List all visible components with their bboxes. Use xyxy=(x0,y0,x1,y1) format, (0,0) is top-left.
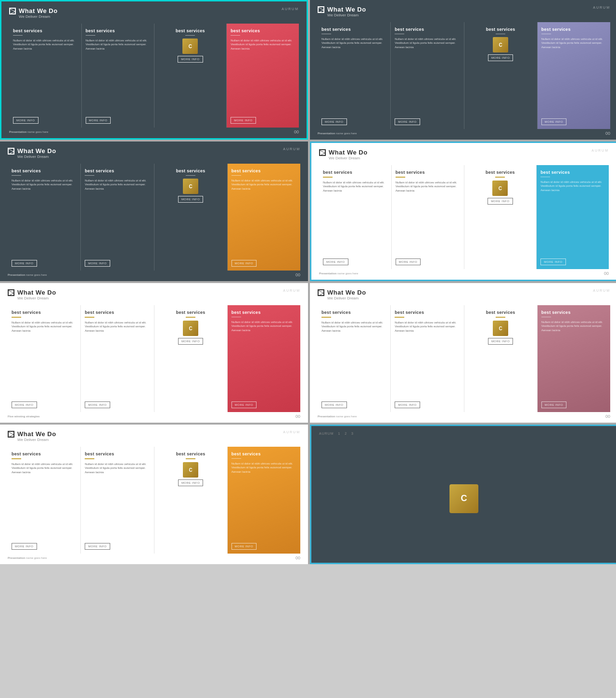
slide-3-footer: Presentation name goes here 00 xyxy=(8,272,300,277)
card-5-2-btn[interactable]: MORE INFO xyxy=(85,401,110,408)
slide-6-main-title: What We Do xyxy=(327,289,366,296)
card-4-3-btn[interactable]: MORE INFO xyxy=(488,198,513,205)
card-6-1: best services Nullam id dolor id nibh ul… xyxy=(318,305,391,412)
card-2-2-text: Nullam id dolor id nibh ultrices vehicul… xyxy=(395,37,460,116)
slide-6: ▷ What We Do We Deliver Dream AURUM best… xyxy=(310,283,616,423)
slide-4-header: ▷ What We Do We Deliver Dream AURUM xyxy=(319,149,609,160)
card-4-3: best services C MORE INFO xyxy=(464,165,537,269)
card-4-4-title: best services xyxy=(540,170,605,175)
card-2-2: best services Nullam id dolor id nibh ul… xyxy=(391,22,464,129)
card-7-2: best services Nullam id dolor id nibh ul… xyxy=(81,447,154,554)
card-5-1-divider xyxy=(12,317,21,318)
card-1-1-title: best services xyxy=(13,28,77,33)
card-1-4-btn[interactable]: MORE INFO xyxy=(231,117,256,124)
slide-1-subtitle: We Deliver Dream xyxy=(19,14,58,19)
card-4-4-btn[interactable]: MORE INFO xyxy=(540,259,566,265)
card-1-1: best services Nullam id dolor id nibh ul… xyxy=(9,24,82,128)
card-2-2-btn[interactable]: MORE INFO xyxy=(395,118,420,125)
card-2-1-btn[interactable]: MORE INFO xyxy=(321,118,347,125)
card-1-2-text: Nullam id dolor id nibh ultrices vehicul… xyxy=(86,39,150,114)
footer-4-num: 00 xyxy=(604,271,609,276)
card-3-2-title: best services xyxy=(85,168,150,173)
card-4-1-title: best services xyxy=(323,170,387,175)
card-4-1-btn[interactable]: MORE INFO xyxy=(323,259,348,265)
card-6-4-title: best services xyxy=(541,310,606,315)
card-5-2-title: best services xyxy=(85,310,150,315)
card-5-3-divider xyxy=(186,317,195,318)
card-5-4-btn[interactable]: MORE INFO xyxy=(231,401,257,408)
card-5-1: best services Nullam id dolor id nibh ul… xyxy=(8,305,81,412)
card-2-1: best services Nullam id dolor id nibh ul… xyxy=(318,22,391,129)
card-1-2-btn[interactable]: MORE INFO xyxy=(86,117,111,124)
card-6-2-btn[interactable]: MORE INFO xyxy=(395,401,420,408)
slide-1-brand: AURUM xyxy=(282,7,299,11)
card-4-1-text: Nullam id dolor id nibh ultrices vehicul… xyxy=(323,181,387,256)
card-7-3-divider xyxy=(186,458,195,459)
card-4-2-title: best services xyxy=(396,170,460,175)
card-3-2-divider xyxy=(85,175,94,176)
card-4-2-btn[interactable]: MORE INFO xyxy=(396,259,421,265)
card-7-1: best services Nullam id dolor id nibh ul… xyxy=(8,447,81,554)
card-2-3-title: best services xyxy=(486,27,515,32)
play-icon-6: ▷ xyxy=(318,289,324,296)
slide-2-main-title: What We Do xyxy=(327,6,366,13)
card-1-1-text: Nullam id dolor id nibh ultrices vehicul… xyxy=(13,39,77,114)
slide-3-cards: best services Nullam id dolor id nibh ul… xyxy=(8,164,300,271)
card-6-4-divider xyxy=(541,317,551,317)
card-3-2-btn[interactable]: MORE INFO xyxy=(85,260,110,267)
slide-5-title-block: ▷ What We Do We Deliver Dream xyxy=(8,289,56,300)
footer-4-label: Presentation name goes here xyxy=(319,272,358,275)
slide-7-header: ▷ What We Do We Deliver Dream AURUM xyxy=(8,430,300,442)
card-6-1-title: best services xyxy=(321,310,386,315)
gold-big-logo-icon: C xyxy=(449,484,478,513)
card-1-4: best services Nullam id dolor id nibh ul… xyxy=(227,24,299,128)
footer-6-label: Presentation name goes here xyxy=(318,415,357,418)
play-icon-4: ▷ xyxy=(319,149,326,156)
card-7-4-btn[interactable]: MORE INFO xyxy=(231,543,257,550)
card-1-3-btn[interactable]: MORE INFO xyxy=(178,56,203,63)
card-6-3-title: best services xyxy=(486,310,515,315)
card-6-2-text: Nullam id dolor id nibh ultrices vehicul… xyxy=(395,321,460,399)
slide-8-aurum-bar: AURUM 1 2 3 xyxy=(319,432,354,435)
card-3-4-btn[interactable]: MORE INFO xyxy=(231,260,257,267)
card-5-1-btn[interactable]: MORE INFO xyxy=(12,401,37,408)
card-1-4-divider xyxy=(231,35,240,36)
card-5-4-divider xyxy=(231,317,241,317)
footer-2-label: Presentation name goes here xyxy=(318,132,357,135)
card-4-2-divider xyxy=(396,177,405,178)
slide-5-footer: Five winning strategies 00 xyxy=(8,414,300,419)
card-1-3-divider xyxy=(185,35,195,36)
slide-6-header: ▷ What We Do We Deliver Dream AURUM xyxy=(318,289,610,300)
play-icon-7: ▷ xyxy=(8,431,14,438)
slide-7-footer: Presentation name goes here 00 xyxy=(8,556,300,560)
card-6-1-btn[interactable]: MORE INFO xyxy=(321,401,347,408)
card-7-4-divider xyxy=(231,458,241,459)
card-6-3-btn[interactable]: MORE INFO xyxy=(488,338,513,345)
slide-2: ▷ What We Do We Deliver Dream AURUM best… xyxy=(310,0,616,140)
card-7-3-btn[interactable]: MORE INFO xyxy=(178,479,204,486)
card-6-4-btn[interactable]: MORE INFO xyxy=(541,401,567,408)
card-3-3-btn[interactable]: MORE INFO xyxy=(178,196,204,203)
card-6-2-title: best services xyxy=(395,310,460,315)
card-2-3-btn[interactable]: MORE INFO xyxy=(488,54,513,61)
slide-2-header: ▷ What We Do We Deliver Dream AURUM xyxy=(318,6,610,17)
card-7-2-btn[interactable]: MORE INFO xyxy=(85,543,110,550)
slide-1-header: ▷ What We Do We Deliver Dream AURUM xyxy=(9,7,299,19)
card-5-3-btn[interactable]: MORE INFO xyxy=(178,338,204,345)
play-icon: ▷ xyxy=(9,8,16,14)
slide-7-title-block: ▷ What We Do We Deliver Dream xyxy=(8,430,56,442)
card-2-4-btn[interactable]: MORE INFO xyxy=(541,118,567,125)
card-1-1-btn[interactable]: MORE INFO xyxy=(13,117,38,124)
card-3-1-btn[interactable]: MORE INFO xyxy=(12,260,37,267)
card-6-2: best services Nullam id dolor id nibh ul… xyxy=(391,305,464,412)
card-5-4-text: Nullam id dolor id nibh ultrices vehicul… xyxy=(231,320,296,399)
card-1-4-text: Nullam id dolor id nibh ultrices vehicul… xyxy=(231,39,295,114)
footer-7-num: 00 xyxy=(295,556,300,560)
card-5-3: best services C MORE INFO xyxy=(154,305,228,412)
slide-1-title-block: ▷ What We Do We Deliver Dream xyxy=(9,7,58,19)
card-6-3: best services C MORE INFO xyxy=(464,305,538,412)
card-3-4-title: best services xyxy=(231,168,296,173)
card-7-1-divider xyxy=(12,458,21,459)
slide-6-brand: AURUM xyxy=(593,289,610,292)
card-7-1-btn[interactable]: MORE INFO xyxy=(12,543,37,550)
